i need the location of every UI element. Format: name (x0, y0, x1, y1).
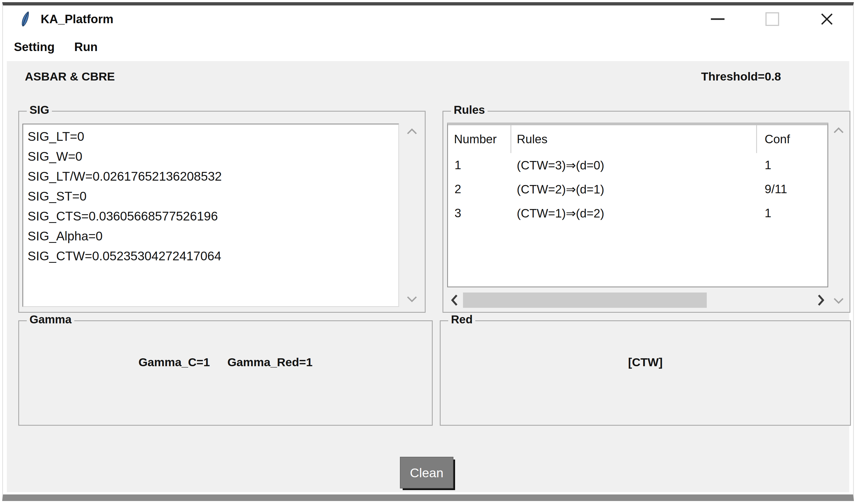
rules-scroll-down-button[interactable] (830, 293, 847, 309)
sig-line: SIG_LT=0 (28, 127, 394, 147)
rules-table[interactable]: Number Rules Conf 1 (CTW=3)⇒(d=0) 1 2 (C… (447, 123, 828, 287)
cell-rule: (CTW=1)⇒(d=2) (511, 201, 757, 225)
menu-item-run[interactable]: Run (74, 40, 98, 54)
gamma-red-value: Gamma_Red=1 (227, 356, 313, 369)
rules-groupbox: Rules Number Rules Conf 1 (CTW=3)⇒(d=0) … (443, 111, 851, 313)
window-title: KA_Platform (41, 5, 114, 33)
menu-bar: Setting Run (3, 33, 853, 61)
cell-conf: 1 (757, 153, 827, 177)
rules-scroll-right-button[interactable] (813, 292, 828, 309)
sig-line: SIG_W=0 (28, 147, 394, 166)
menu-item-setting[interactable]: Setting (14, 40, 54, 54)
minimize-icon (711, 18, 725, 20)
cell-number: 2 (448, 177, 511, 201)
cell-conf: 9/11 (757, 177, 827, 201)
threshold-label: Threshold=0.8 (701, 70, 781, 83)
chevron-down-icon (407, 296, 417, 302)
sig-line: SIG_CTS=0.03605668577526196 (28, 206, 394, 226)
maximize-icon (765, 12, 779, 26)
minimize-button[interactable] (701, 7, 734, 31)
sig-vertical-scrollbar[interactable] (402, 124, 422, 307)
sig-scroll-down-button[interactable] (403, 291, 421, 307)
close-icon (820, 12, 834, 26)
red-groupbox: Red [CTW] (440, 320, 851, 426)
sig-textarea[interactable]: SIG_LT=0 SIG_W=0 SIG_LT/W=0.026176521362… (22, 124, 399, 307)
close-button[interactable] (810, 7, 843, 31)
main-content: ASBAR & CBRE Threshold=0.8 SIG SIG_LT=0 … (7, 61, 849, 492)
chevron-down-icon (833, 297, 844, 304)
title-bar: KA_Platform (3, 5, 853, 33)
rules-scroll-left-button[interactable] (447, 292, 462, 309)
rules-horizontal-scrollbar[interactable] (447, 292, 828, 309)
red-value-wrap: [CTW] (441, 321, 850, 425)
rules-scroll-up-button[interactable] (830, 123, 847, 139)
rules-hscroll-thumb[interactable] (463, 293, 707, 308)
column-header-number[interactable]: Number (448, 125, 511, 153)
gamma-values: Gamma_C=1 Gamma_Red=1 (19, 321, 432, 425)
gamma-groupbox: Gamma Gamma_C=1 Gamma_Red=1 (18, 320, 433, 426)
chevron-up-icon (407, 128, 417, 135)
rules-vertical-scrollbar[interactable] (830, 123, 847, 309)
red-value: [CTW] (628, 356, 663, 369)
table-row[interactable]: 1 (CTW=3)⇒(d=0) 1 (448, 153, 827, 177)
sig-line: SIG_Alpha=0 (28, 226, 394, 246)
chevron-up-icon (833, 127, 844, 134)
cell-number: 1 (448, 153, 511, 177)
rules-groupbox-label: Rules (451, 103, 488, 116)
table-row[interactable]: 2 (CTW=2)⇒(d=1) 9/11 (448, 177, 827, 201)
maximize-button[interactable] (756, 7, 789, 31)
sig-groupbox: SIG SIG_LT=0 SIG_W=0 SIG_LT/W=0.02617652… (18, 111, 426, 313)
rules-table-header: Number Rules Conf (448, 125, 827, 153)
cell-rule: (CTW=2)⇒(d=1) (511, 177, 757, 201)
app-window: KA_Platform Setting Run ASBAR & CBRE Thr… (2, 2, 854, 501)
sig-line: SIG_CTW=0.05235304272417064 (28, 246, 394, 266)
sig-groupbox-label: SIG (27, 103, 52, 116)
cell-rule: (CTW=3)⇒(d=0) (511, 153, 757, 177)
chevron-right-icon (817, 294, 824, 306)
sig-scroll-up-button[interactable] (403, 124, 421, 140)
column-header-conf[interactable]: Conf (757, 125, 827, 153)
clean-button[interactable]: Clean (400, 457, 454, 488)
sig-line: SIG_ST=0 (28, 186, 394, 206)
sig-line: SIG_LT/W=0.02617652136208532 (28, 166, 394, 186)
chevron-left-icon (451, 294, 458, 306)
window-controls (701, 5, 843, 33)
column-header-rules[interactable]: Rules (511, 125, 757, 153)
tk-feather-icon (20, 11, 30, 27)
table-row[interactable]: 3 (CTW=1)⇒(d=2) 1 (448, 201, 827, 225)
cell-conf: 1 (757, 201, 827, 225)
gamma-c-value: Gamma_C=1 (139, 356, 210, 369)
mode-label: ASBAR & CBRE (25, 70, 115, 83)
cell-number: 3 (448, 201, 511, 225)
